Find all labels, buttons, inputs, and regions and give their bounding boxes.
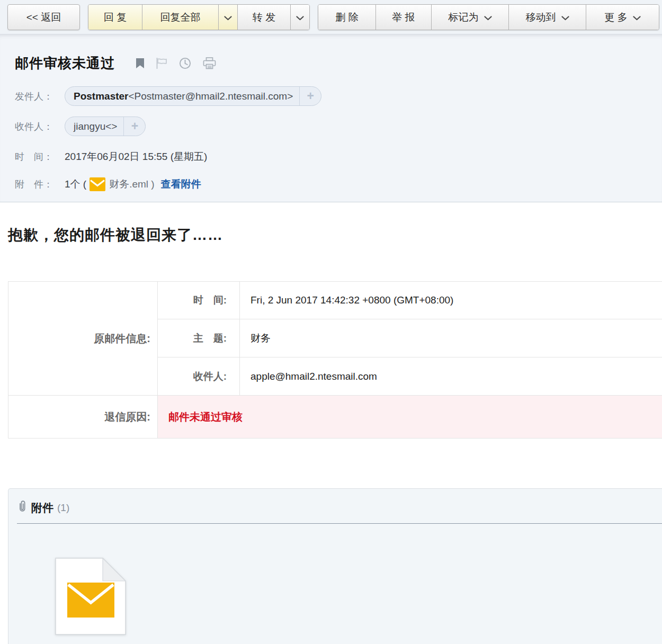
chevron-down-icon: [633, 12, 641, 23]
reply-all-dropdown-button[interactable]: [218, 5, 237, 30]
attachment-file-card[interactable]: [55, 558, 126, 637]
move-to-label: 移动到: [526, 11, 556, 24]
delete-button[interactable]: 删 除: [318, 5, 375, 30]
mail-header: 邮件审核未通过: [0, 34, 662, 202]
chevron-down-icon: [224, 12, 232, 23]
to-value: jiangyu<>: [74, 121, 117, 132]
subject-action-icons: [136, 57, 216, 69]
paperclip-icon: [17, 500, 27, 515]
original-mail-group-label: 原邮件信息:: [8, 282, 158, 396]
attachment-filename: 财务.eml ): [109, 177, 155, 191]
bookmark-icon[interactable]: [136, 58, 144, 68]
table-row-value: Fri, 2 Jun 2017 14:42:32 +0800 (GMT+08:0…: [240, 282, 662, 319]
reply-forward-button-group: 回 复 回复全部 转 发: [88, 4, 310, 30]
from-address: <Postmaster@hmail2.ntesmail.com>: [129, 91, 293, 102]
more-label: 更 多: [604, 11, 627, 24]
original-mail-info-table: 原邮件信息: 时 间: Fri, 2 Jun 2017 14:42:32 +08…: [8, 281, 662, 439]
mail-body: 抱歉，您的邮件被退回来了…… 原邮件信息: 时 间: Fri, 2 Jun 20…: [0, 225, 662, 644]
chevron-down-icon: [484, 12, 492, 23]
mail-subject: 邮件审核未通过: [15, 54, 115, 73]
mark-as-button[interactable]: 标记为: [431, 5, 508, 30]
actions-button-group: 删 除 举 报 标记为 移动到 更 多: [318, 4, 659, 30]
to-contact-chip[interactable]: jiangyu<> +: [65, 117, 146, 136]
attachments-title: 附件: [31, 500, 53, 515]
attachments-divider: [17, 523, 662, 524]
mark-as-label: 标记为: [449, 11, 479, 24]
time-value: 2017年06月02日 15:55 (星期五): [65, 150, 207, 164]
eml-file-envelope-icon: [55, 628, 126, 637]
add-contact-button[interactable]: +: [124, 119, 145, 133]
table-row-label: 时 间:: [158, 282, 240, 319]
table-row-value: 财务: [240, 319, 662, 357]
view-attachment-link[interactable]: 查看附件: [161, 177, 201, 191]
report-button[interactable]: 举 报: [375, 5, 431, 30]
flag-icon[interactable]: [156, 58, 167, 69]
table-row-label: 主 题:: [158, 319, 240, 357]
chevron-down-icon: [561, 12, 569, 23]
reply-button[interactable]: 回 复: [88, 5, 142, 30]
table-row-label: 收件人:: [158, 357, 240, 396]
attachment-count-prefix: 1个 (: [65, 177, 86, 191]
envelope-icon: [90, 177, 105, 191]
mail-toolbar: << 返回 回 复 回复全部 转 发 删 除 举 报 标记为 移动到: [0, 0, 662, 34]
more-button[interactable]: 更 多: [586, 5, 659, 30]
bounce-reason-label: 退信原因:: [8, 396, 158, 438]
from-name: Postmaster: [74, 91, 129, 102]
printer-icon[interactable]: [203, 57, 216, 69]
from-contact-chip[interactable]: Postmaster <Postmaster@hmail2.ntesmail.c…: [65, 86, 321, 106]
chevron-down-icon: [296, 12, 304, 23]
attachments-section: 附件 (1): [8, 488, 662, 644]
bounce-heading: 抱歉，您的邮件被退回来了……: [8, 225, 662, 245]
bounce-reason-value: 邮件未通过审核: [158, 396, 662, 438]
time-label: 时 间：: [15, 150, 65, 163]
reply-all-button[interactable]: 回复全部: [142, 5, 218, 30]
attachment-label: 附 件：: [15, 178, 65, 191]
table-row-value: apple@hmail2.ntesmail.com: [240, 357, 662, 396]
back-button[interactable]: << 返回: [7, 4, 80, 30]
add-contact-button[interactable]: +: [300, 89, 321, 103]
forward-dropdown-button[interactable]: [290, 5, 309, 30]
forward-button[interactable]: 转 发: [237, 5, 290, 30]
from-label: 发件人：: [15, 90, 65, 103]
attachments-count: (1): [57, 502, 69, 514]
clock-icon[interactable]: [179, 57, 191, 69]
to-label: 收件人：: [15, 120, 65, 133]
move-to-button[interactable]: 移动到: [508, 5, 586, 30]
